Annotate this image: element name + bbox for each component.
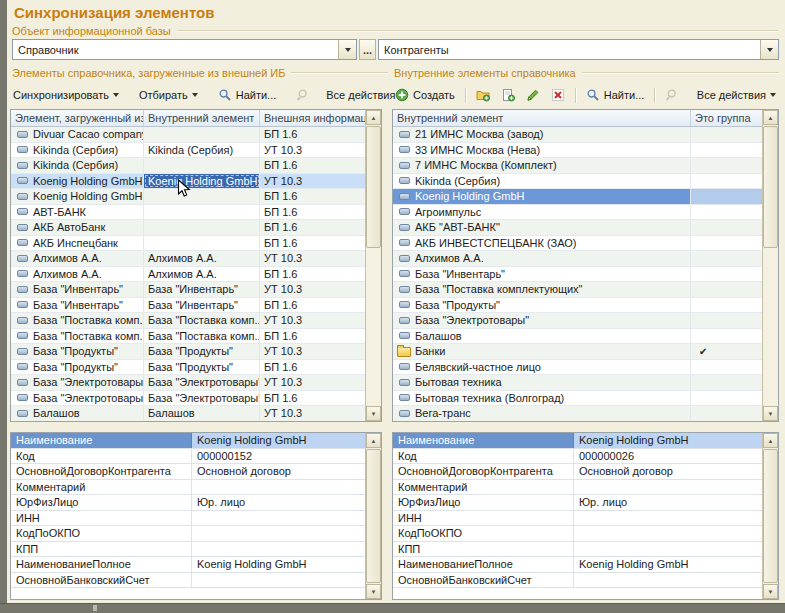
scroll-down-button[interactable]: ▼ xyxy=(366,584,381,599)
table-row[interactable]: Белявский-частное лицо xyxy=(393,360,762,376)
copy-button[interactable] xyxy=(498,87,518,103)
cell-infobase[interactable]: УТ 10.3 xyxy=(260,406,365,421)
table-row[interactable]: Kikinda (Сербия)БП 1.6 xyxy=(11,158,365,174)
cancel-find-button[interactable] xyxy=(662,87,682,103)
vertical-scrollbar[interactable]: ▲ ▼ xyxy=(762,110,778,421)
table-row[interactable]: АКБ ИНВЕСТСПЕЦБАНК (ЗАО) xyxy=(393,236,762,252)
detail-row[interactable]: ИНН xyxy=(393,511,762,527)
object-type-browse-button[interactable]: ... xyxy=(359,39,376,60)
cell-infobase[interactable]: БП 1.6 xyxy=(260,127,365,142)
cell-is-group[interactable] xyxy=(691,391,762,406)
cell-internal-element[interactable]: Балашов xyxy=(144,406,260,421)
vertical-scrollbar[interactable]: ▲ ▼ xyxy=(762,433,778,599)
create-button[interactable]: Создать xyxy=(392,87,458,103)
cell-infobase[interactable]: БП 1.6 xyxy=(260,329,365,344)
cell-external-element[interactable]: Балашов xyxy=(11,406,144,421)
detail-row[interactable]: НаименованиеПолноеKoenig Holding GmbH xyxy=(393,557,762,573)
cell-infobase[interactable]: БП 1.6 xyxy=(260,189,365,204)
cell-internal-element[interactable]: База "Поставка комп... xyxy=(144,313,260,328)
cell-external-element[interactable]: Алхимов А.А. xyxy=(11,267,144,282)
cell-is-group[interactable] xyxy=(691,282,762,297)
table-row[interactable]: База "Электротовары" xyxy=(393,313,762,329)
cell-external-element[interactable]: База "Продукты" xyxy=(11,344,144,359)
cell-infobase[interactable]: БП 1.6 xyxy=(260,205,365,220)
cell-is-group[interactable]: ✔ xyxy=(691,344,762,359)
cell-internal-element[interactable]: Koenig Holding GmbH xyxy=(144,174,260,189)
column-header[interactable]: Внутренний элемент xyxy=(393,110,691,126)
detail-row[interactable]: КодПоОКПО xyxy=(11,526,365,542)
scroll-down-button[interactable]: ▼ xyxy=(763,406,778,421)
cell-external-element[interactable]: База "Продукты" xyxy=(11,360,144,375)
cell-internal-element[interactable]: База "Поставка комп... xyxy=(144,329,260,344)
scroll-thumb[interactable] xyxy=(763,449,778,583)
table-row[interactable]: Агроимпульс xyxy=(393,205,762,221)
cell-external-element[interactable]: Divuar Cacao company xyxy=(11,127,144,142)
cell-infobase[interactable]: УТ 10.3 xyxy=(260,282,365,297)
cell-is-group[interactable] xyxy=(691,406,762,421)
detail-row[interactable]: КПП xyxy=(393,542,762,558)
cell-infobase[interactable]: БП 1.6 xyxy=(260,391,365,406)
cell-internal-element[interactable] xyxy=(144,205,260,220)
cell-internal-element[interactable]: Вега-транс xyxy=(393,406,691,421)
cell-is-group[interactable] xyxy=(691,189,762,204)
cell-is-group[interactable] xyxy=(691,313,762,328)
column-header[interactable]: Внутренний элемент xyxy=(144,110,260,126)
cell-is-group[interactable] xyxy=(691,251,762,266)
table-row[interactable]: Kikinda (Сербия) xyxy=(393,174,762,190)
cell-internal-element[interactable]: Белявский-частное лицо xyxy=(393,360,691,375)
scroll-up-button[interactable]: ▲ xyxy=(366,110,381,125)
delete-button[interactable] xyxy=(548,87,568,103)
detail-row[interactable]: ОсновнойБанковскийСчет xyxy=(11,573,365,589)
cell-external-element[interactable]: База "Электротовары" xyxy=(11,391,144,406)
detail-row[interactable]: ИНН xyxy=(11,511,365,527)
cell-internal-element[interactable]: Бытовая техника (Волгоград) xyxy=(393,391,691,406)
cell-infobase[interactable]: БП 1.6 xyxy=(260,236,365,251)
object-name-dropdown-button[interactable] xyxy=(760,40,778,59)
cell-infobase[interactable]: УТ 10.3 xyxy=(260,375,365,390)
cell-internal-element[interactable]: База "Поставка комплектующих" xyxy=(393,282,691,297)
cell-internal-element[interactable]: 33 ИМНС Москва (Нева) xyxy=(393,143,691,158)
table-row[interactable]: База "Продукты"База "Продукты"БП 1.6 xyxy=(11,360,365,376)
vertical-scrollbar[interactable]: ▲ ▼ xyxy=(365,110,381,421)
table-row[interactable]: АКБ АвтоБанкБП 1.6 xyxy=(11,220,365,236)
cell-external-element[interactable]: Koenig Holding GmbH xyxy=(11,189,144,204)
cell-is-group[interactable] xyxy=(691,205,762,220)
cell-external-element[interactable]: Kikinda (Сербия) xyxy=(11,143,144,158)
external-element-details-table[interactable]: НаименованиеKoenig Holding GmbHКод000000… xyxy=(10,432,382,600)
detail-row[interactable]: Код000000026 xyxy=(393,449,762,465)
scroll-down-button[interactable]: ▼ xyxy=(366,406,381,421)
detail-row[interactable]: Комментарий xyxy=(393,480,762,496)
cell-external-element[interactable]: Koenig Holding GmbH xyxy=(11,174,144,189)
table-row[interactable]: Divuar Cacao companyБП 1.6 xyxy=(11,127,365,143)
cell-is-group[interactable] xyxy=(691,236,762,251)
cell-internal-element[interactable] xyxy=(144,236,260,251)
scroll-up-button[interactable]: ▲ xyxy=(763,110,778,125)
detail-row[interactable]: ОсновнойДоговорКонтрагентаОсновной догов… xyxy=(393,464,762,480)
table-row[interactable]: Бытовая техника xyxy=(393,375,762,391)
cell-internal-element[interactable]: Kikinda (Сербия) xyxy=(144,143,260,158)
scroll-thumb[interactable] xyxy=(763,126,778,248)
cell-is-group[interactable] xyxy=(691,267,762,282)
find-button[interactable]: Найти... xyxy=(583,87,648,103)
cell-external-element[interactable]: Kikinda (Сербия) xyxy=(11,158,144,173)
table-row[interactable]: Алхимов А.А.Алхимов А.А.БП 1.6 xyxy=(11,267,365,283)
cell-infobase[interactable]: БП 1.6 xyxy=(260,360,365,375)
internal-elements-table[interactable]: Внутренний элементЭто группа 21 ИМНС Мос… xyxy=(392,109,779,422)
cell-internal-element[interactable]: База "Продукты" xyxy=(144,360,260,375)
cell-is-group[interactable] xyxy=(691,298,762,313)
table-row[interactable]: АКБ "АВТ-БАНК" xyxy=(393,220,762,236)
cell-infobase[interactable]: УТ 10.3 xyxy=(260,313,365,328)
cell-infobase[interactable]: УТ 10.3 xyxy=(260,344,365,359)
cell-internal-element[interactable]: База "Инвентарь" xyxy=(144,298,260,313)
cell-external-element[interactable]: База "Инвентарь" xyxy=(11,298,144,313)
cell-is-group[interactable] xyxy=(691,220,762,235)
detail-row[interactable]: КПП xyxy=(11,542,365,558)
cell-internal-element[interactable]: Алхимов А.А. xyxy=(144,267,260,282)
cell-infobase[interactable]: БП 1.6 xyxy=(260,158,365,173)
detail-row[interactable]: НаименованиеПолноеKoenig Holding GmbH xyxy=(11,557,365,573)
table-row[interactable]: АКБ ИнспецбанкБП 1.6 xyxy=(11,236,365,252)
table-row[interactable]: АВТ-БАНКБП 1.6 xyxy=(11,205,365,221)
cell-internal-element[interactable]: Kikinda (Сербия) xyxy=(393,174,691,189)
cell-is-group[interactable] xyxy=(691,158,762,173)
cell-internal-element[interactable]: База "Электротовары" xyxy=(144,375,260,390)
